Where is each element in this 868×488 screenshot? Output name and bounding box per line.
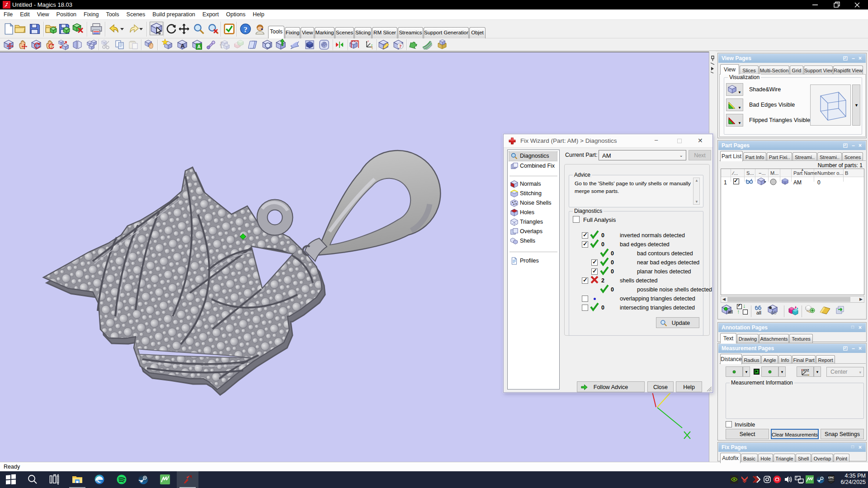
svg-text:XYZ: XYZ <box>803 369 809 372</box>
svg-text:x: x <box>372 47 373 50</box>
svg-text:GAMES: GAMES <box>828 479 834 481</box>
svg-text:A: A <box>197 44 200 49</box>
svg-text:A: A <box>180 42 185 49</box>
svg-text:z: z <box>368 40 369 42</box>
svg-text:?: ? <box>244 25 247 34</box>
svg-text:EPIC: EPIC <box>828 476 834 479</box>
svg-text:y: y <box>371 43 373 46</box>
svg-text:?: ? <box>399 43 402 49</box>
